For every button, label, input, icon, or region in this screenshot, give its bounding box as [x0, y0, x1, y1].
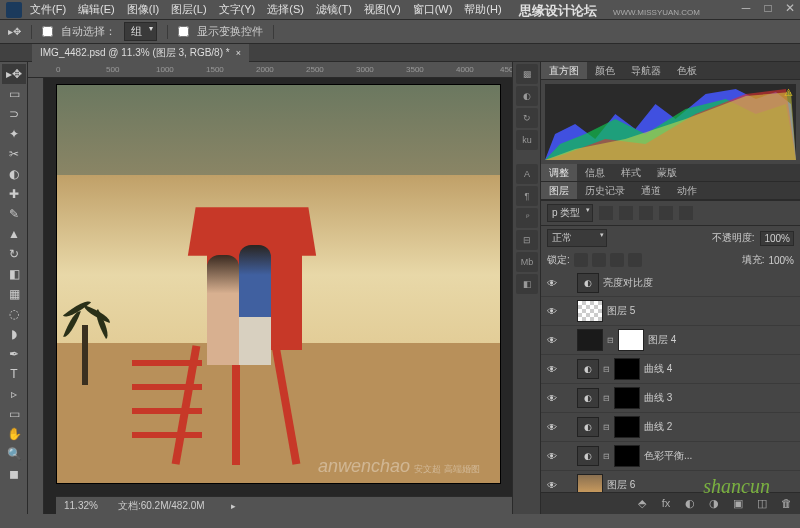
layer-visibility-icon[interactable]: 👁: [545, 276, 559, 290]
menu-layer[interactable]: 图层(L): [171, 2, 206, 17]
layer-kind-dropdown[interactable]: p 类型: [547, 204, 593, 222]
dock-icon[interactable]: ⊟: [516, 230, 538, 250]
menu-edit[interactable]: 编辑(E): [78, 2, 115, 17]
brush-tool[interactable]: ✎: [2, 204, 26, 224]
status-menu-icon[interactable]: ▸: [231, 501, 236, 511]
auto-select-dropdown[interactable]: 组: [124, 22, 157, 41]
layer-visibility-icon[interactable]: 👁: [545, 449, 559, 463]
pen-tool[interactable]: ✒: [2, 344, 26, 364]
layer-visibility-icon[interactable]: 👁: [545, 362, 559, 376]
new-adjustment-icon[interactable]: ◑: [706, 497, 722, 511]
menu-type[interactable]: 文字(Y): [219, 2, 256, 17]
layer-row[interactable]: 👁◐⊟曲线 2: [541, 413, 800, 442]
tab-navigator[interactable]: 导航器: [623, 62, 669, 79]
lasso-tool[interactable]: ⊃: [2, 104, 26, 124]
filter-icon[interactable]: [639, 206, 653, 220]
filter-icon[interactable]: [619, 206, 633, 220]
layer-visibility-icon[interactable]: 👁: [545, 420, 559, 434]
dock-icon[interactable]: ▩: [516, 64, 538, 84]
healing-tool[interactable]: ✚: [2, 184, 26, 204]
dock-icon[interactable]: ↻: [516, 108, 538, 128]
wand-tool[interactable]: ✦: [2, 124, 26, 144]
type-tool[interactable]: T: [2, 364, 26, 384]
filter-icon[interactable]: [679, 206, 693, 220]
hand-tool[interactable]: ✋: [2, 424, 26, 444]
tab-close-icon[interactable]: ×: [236, 48, 241, 58]
tab-layers[interactable]: 图层: [541, 182, 577, 199]
marquee-tool[interactable]: ▭: [2, 84, 26, 104]
zoom-level[interactable]: 11.32%: [64, 500, 98, 511]
dock-icon[interactable]: A: [516, 164, 538, 184]
tab-styles[interactable]: 样式: [613, 164, 649, 181]
layer-row[interactable]: 👁图层 5: [541, 297, 800, 326]
dodge-tool[interactable]: ◗: [2, 324, 26, 344]
eyedropper-tool[interactable]: ◐: [2, 164, 26, 184]
tab-actions[interactable]: 动作: [669, 182, 705, 199]
layer-visibility-icon[interactable]: 👁: [545, 478, 559, 492]
layer-row[interactable]: 👁⊟图层 4: [541, 326, 800, 355]
link-layers-icon[interactable]: ⬘: [634, 497, 650, 511]
tab-channels[interactable]: 通道: [633, 182, 669, 199]
dock-icon[interactable]: ◧: [516, 274, 538, 294]
layer-visibility-icon[interactable]: 👁: [545, 304, 559, 318]
dock-icon[interactable]: ku: [516, 130, 538, 150]
minimize-button[interactable]: ─: [740, 2, 752, 14]
tab-info[interactable]: 信息: [577, 164, 613, 181]
layer-row[interactable]: 👁◐⊟曲线 3: [541, 384, 800, 413]
menu-select[interactable]: 选择(S): [267, 2, 304, 17]
layer-row[interactable]: 👁◐⊟曲线 4: [541, 355, 800, 384]
maximize-button[interactable]: □: [762, 2, 774, 14]
crop-tool[interactable]: ✂: [2, 144, 26, 164]
menu-window[interactable]: 窗口(W): [413, 2, 453, 17]
dock-icon[interactable]: Mb: [516, 252, 538, 272]
layer-visibility-icon[interactable]: 👁: [545, 391, 559, 405]
blur-tool[interactable]: ◌: [2, 304, 26, 324]
close-button[interactable]: ✕: [784, 2, 796, 14]
zoom-tool[interactable]: 🔍: [2, 444, 26, 464]
lock-pixels-icon[interactable]: [592, 253, 606, 267]
opacity-input[interactable]: 100%: [760, 231, 794, 246]
menu-file[interactable]: 文件(F): [30, 2, 66, 17]
path-tool[interactable]: ▹: [2, 384, 26, 404]
stamp-tool[interactable]: ▲: [2, 224, 26, 244]
filter-icon[interactable]: [599, 206, 613, 220]
layer-visibility-icon[interactable]: 👁: [545, 333, 559, 347]
menu-view[interactable]: 视图(V): [364, 2, 401, 17]
new-group-icon[interactable]: ▣: [730, 497, 746, 511]
new-layer-icon[interactable]: ◫: [754, 497, 770, 511]
menu-help[interactable]: 帮助(H): [464, 2, 501, 17]
layer-mask-icon[interactable]: ◐: [682, 497, 698, 511]
move-tool[interactable]: ▸✥: [2, 64, 26, 84]
tab-histogram[interactable]: 直方图: [541, 62, 587, 79]
gradient-tool[interactable]: ▦: [2, 284, 26, 304]
tab-swatches[interactable]: 色板: [669, 62, 705, 79]
dock-icon[interactable]: ◐: [516, 86, 538, 106]
history-brush-tool[interactable]: ↻: [2, 244, 26, 264]
lock-transparency-icon[interactable]: [574, 253, 588, 267]
lock-position-icon[interactable]: [610, 253, 624, 267]
auto-select-checkbox[interactable]: [42, 26, 53, 37]
tab-masks[interactable]: 蒙版: [649, 164, 685, 181]
delete-layer-icon[interactable]: 🗑: [778, 497, 794, 511]
blend-mode-dropdown[interactable]: 正常: [547, 229, 607, 247]
layer-fx-icon[interactable]: fx: [658, 497, 674, 511]
fill-input[interactable]: 100%: [768, 255, 794, 266]
tab-color[interactable]: 颜色: [587, 62, 623, 79]
dock-icon[interactable]: ᴾ: [516, 208, 538, 228]
color-swatch[interactable]: ◼: [2, 464, 26, 484]
filter-icon[interactable]: [659, 206, 673, 220]
dock-icon[interactable]: ¶: [516, 186, 538, 206]
document-tab[interactable]: IMG_4482.psd @ 11.3% (图层 3, RGB/8) * ×: [32, 44, 249, 62]
canvas-image[interactable]: anwenchao 安文超 高端婚图: [56, 84, 501, 484]
layer-list[interactable]: 👁◐亮度对比度👁图层 5👁⊟图层 4👁◐⊟曲线 4👁◐⊟曲线 3👁◐⊟曲线 2👁…: [541, 270, 800, 492]
shape-tool[interactable]: ▭: [2, 404, 26, 424]
lock-all-icon[interactable]: [628, 253, 642, 267]
menu-image[interactable]: 图像(I): [127, 2, 159, 17]
layer-row[interactable]: 👁◐⊟色彩平衡...: [541, 442, 800, 471]
tab-adjustments[interactable]: 调整: [541, 164, 577, 181]
tab-history[interactable]: 历史记录: [577, 182, 633, 199]
eraser-tool[interactable]: ◧: [2, 264, 26, 284]
menu-filter[interactable]: 滤镜(T): [316, 2, 352, 17]
layer-row[interactable]: 👁◐亮度对比度: [541, 270, 800, 297]
show-transform-checkbox[interactable]: [178, 26, 189, 37]
